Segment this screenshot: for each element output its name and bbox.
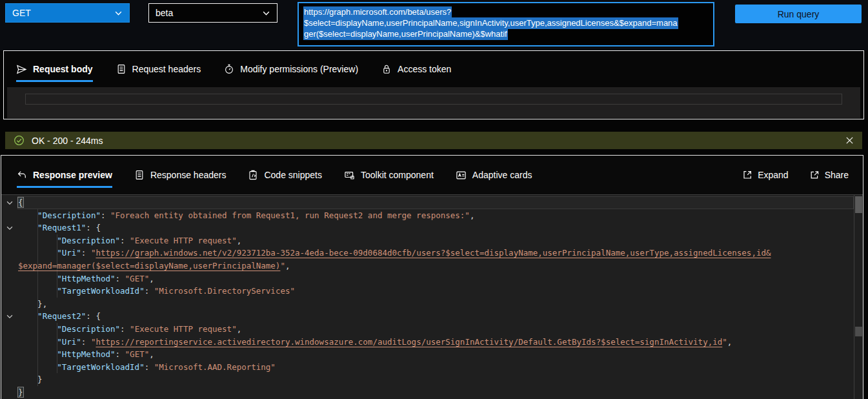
api-version-dropdown[interactable]: beta	[148, 3, 278, 23]
code-token: "Execute HTTP request"	[130, 324, 237, 334]
code-line: "Description": "Execute HTTP request",	[1, 323, 854, 336]
fold-chevron-icon[interactable]	[1, 221, 18, 234]
scrollbar-thumb[interactable]	[855, 196, 862, 213]
component-icon	[344, 170, 355, 181]
gutter-space	[1, 348, 18, 361]
request-panel: Request body Request headers Modify perm…	[3, 50, 864, 119]
gutter-space	[1, 234, 18, 247]
tab-modify-permissions[interactable]: Modify permissions (Preview)	[224, 51, 358, 87]
undo-arrow-icon	[17, 170, 27, 180]
gutter-space	[1, 209, 18, 222]
code-token: "Uri"	[18, 248, 81, 258]
code-token: :	[116, 274, 125, 283]
tab-request-headers[interactable]: Request headers	[116, 51, 201, 87]
uri-link[interactable]: https://graph.windows.net/v2/923712ba-35…	[96, 248, 771, 258]
response-panel: Response preview Response headers Code s…	[1, 155, 863, 399]
tab-code-snippets[interactable]: Code snippets	[248, 156, 322, 194]
api-version-value: beta	[156, 8, 173, 18]
code-token: "HttpMethod"	[18, 274, 116, 283]
code-token: :	[145, 362, 154, 372]
code-line: }	[1, 386, 854, 399]
code-token: ,	[285, 261, 290, 271]
uri-link[interactable]: https://reportingservice.activedirectory…	[96, 337, 722, 347]
request-body-editor[interactable]	[25, 94, 842, 105]
code-line-content: "HttpMethod": "GET",	[18, 348, 154, 361]
tab-label: Response preview	[33, 170, 112, 180]
query-bar: GET beta https://graph.microsoft.com/bet…	[0, 0, 868, 50]
code-token: "Microsoft.DirectoryServices"	[154, 286, 295, 296]
code-line: "Request1": {	[1, 221, 854, 234]
gutter-space	[1, 272, 18, 285]
query-url-input[interactable]: https://graph.microsoft.com/beta/users? …	[298, 2, 714, 46]
tab-response-headers[interactable]: Response headers	[134, 156, 227, 194]
code-token: }	[18, 374, 43, 384]
code-token: "Microsoft.AAD.Reporting"	[154, 362, 276, 372]
card-icon	[456, 170, 467, 181]
code-token: :	[145, 286, 154, 296]
tab-toolkit-component[interactable]: Toolkit component	[344, 156, 434, 194]
send-icon	[16, 64, 27, 75]
code-line-content: }	[18, 386, 23, 399]
code-line-content: "TargetWorkloadId": "Microsoft.AAD.Repor…	[18, 361, 276, 374]
response-actions: Expand Share	[742, 170, 849, 180]
code-line: "HttpMethod": "GET",	[1, 348, 854, 361]
code-line-content: }	[18, 373, 43, 386]
code-token: "TargetWorkloadId"	[18, 286, 145, 296]
fold-chevron-icon[interactable]	[1, 310, 18, 323]
code-line-content: "Uri": "https://reportingservice.actived…	[18, 336, 732, 349]
code-line-content: "Uri": "https://graph.windows.net/v2/923…	[18, 247, 771, 260]
code-line-content: },	[18, 298, 47, 311]
gutter-space	[1, 298, 18, 311]
code-token: "Uri"	[18, 337, 81, 347]
code-token: "TargetWorkloadId"	[18, 362, 145, 372]
code-line: },	[1, 298, 854, 311]
vertical-scrollbar[interactable]	[854, 195, 863, 399]
run-query-button[interactable]: Run query	[735, 5, 862, 23]
gutter-space	[1, 386, 18, 399]
tab-request-body[interactable]: Request body	[16, 51, 93, 87]
code-line-content: "Request1": {	[18, 221, 101, 234]
success-check-icon	[14, 135, 25, 146]
tab-access-token[interactable]: Access token	[381, 51, 451, 87]
code-line-content: "Description": "Foreach entity obtained …	[18, 209, 474, 222]
gutter-space	[1, 323, 18, 336]
code-line-content: "Request2": {	[18, 310, 101, 323]
clipboard-code-icon	[248, 170, 258, 180]
response-tabs: Response preview Response headers Code s…	[1, 156, 863, 195]
gutter-space	[1, 336, 18, 349]
code-token: "Description"	[18, 324, 120, 334]
expand-icon	[742, 170, 752, 180]
code-line-content: "Description": "Execute HTTP request",	[18, 234, 241, 247]
gutter-space	[1, 373, 18, 386]
code-line: "TargetWorkloadId": "Microsoft.Directory…	[1, 285, 854, 298]
expand-button[interactable]: Expand	[742, 170, 788, 180]
tab-label: Toolkit component	[361, 170, 434, 180]
document-icon	[134, 170, 145, 180]
code-token: ,	[149, 349, 154, 359]
code-token: "Execute HTTP request"	[130, 236, 237, 245]
close-icon[interactable]	[845, 136, 854, 145]
code-token: "Description"	[18, 210, 101, 220]
share-button[interactable]: Share	[809, 170, 849, 180]
code-line: "Uri": "https://graph.windows.net/v2/923…	[1, 247, 854, 260]
tab-label: Request body	[33, 64, 93, 74]
code-token: :	[116, 349, 125, 359]
response-preview-editor[interactable]: { "Description": "Foreach entity obtaine…	[1, 195, 863, 399]
tab-label: Request headers	[132, 64, 201, 74]
code-line: }	[1, 373, 854, 386]
tab-response-preview[interactable]: Response preview	[17, 156, 112, 194]
http-method-dropdown[interactable]: GET	[5, 3, 130, 23]
url-text-line: https://graph.microsoft.com/beta/users?	[303, 6, 709, 17]
code-token: "Request2"	[18, 311, 86, 321]
document-icon	[116, 64, 126, 74]
fold-chevron-icon[interactable]	[1, 196, 18, 209]
code-token: "Request1"	[18, 223, 86, 232]
code-line-content: "Description": "Execute HTTP request",	[18, 323, 241, 336]
tab-adaptive-cards[interactable]: Adaptive cards	[456, 156, 532, 194]
chevron-down-icon	[114, 9, 123, 17]
uri-link[interactable]: $expand=manager($select=displayName,user…	[18, 261, 280, 271]
scrollbar-decoration	[855, 327, 862, 336]
action-label: Expand	[758, 170, 788, 180]
gutter-space	[1, 260, 18, 272]
lock-icon	[381, 64, 392, 74]
